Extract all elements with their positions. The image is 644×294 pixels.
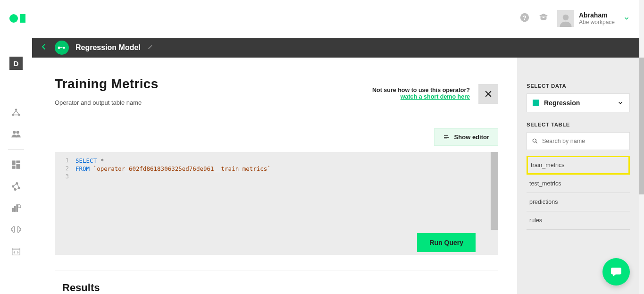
results-heading: Results: [62, 282, 100, 294]
line-gutter: 1 2 3: [55, 152, 73, 255]
table-search-input[interactable]: [527, 132, 630, 150]
table-item-train-metrics[interactable]: train_metrics: [527, 156, 630, 175]
select-data-value: Regression: [544, 99, 612, 107]
svg-point-3: [15, 109, 17, 111]
show-editor-button[interactable]: Show editor: [434, 128, 498, 146]
top-bar: ? Abraham Abe workpace: [0, 0, 639, 37]
panel-scrollbar[interactable]: [639, 58, 644, 194]
editor-icon: [443, 134, 451, 141]
data-type-icon: [533, 100, 539, 106]
svg-rect-20: [12, 248, 20, 255]
help-icon[interactable]: ?: [519, 12, 530, 25]
svg-point-22: [63, 47, 65, 49]
show-editor-label: Show editor: [454, 134, 489, 141]
search-icon: [532, 138, 538, 144]
select-data-dropdown[interactable]: Regression: [527, 93, 630, 112]
svg-rect-17: [14, 206, 16, 211]
operator-badge-icon: [55, 41, 69, 55]
svg-point-23: [533, 139, 536, 142]
avatar: [557, 10, 574, 27]
operator-title: Regression Model: [75, 43, 141, 52]
academy-icon[interactable]: [538, 12, 549, 25]
table-item-rules[interactable]: rules: [527, 211, 630, 230]
svg-text:?: ?: [523, 14, 527, 21]
main-panel: Training Metrics Operator and output tab…: [32, 58, 512, 294]
svg-rect-21: [58, 47, 60, 49]
editor-scrollbar[interactable]: [491, 152, 498, 230]
select-data-label: SELECT DATA: [527, 83, 630, 89]
help-demo-link[interactable]: watch a short demo here: [401, 93, 470, 100]
svg-point-7: [17, 131, 19, 134]
table-list: train_metrics test_metrics predictions r…: [527, 156, 630, 230]
app-logo[interactable]: [9, 14, 25, 23]
close-icon: [484, 89, 493, 99]
user-menu[interactable]: Abraham Abe workpace: [557, 10, 630, 27]
chevron-down-icon: [617, 100, 624, 106]
user-name: Abraham: [579, 11, 615, 19]
select-table-label: SELECT TABLE: [527, 122, 630, 127]
svg-rect-11: [12, 167, 15, 169]
sql-editor[interactable]: 1 2 3 SELECT * FROM `operator_602fd86183…: [55, 152, 498, 255]
nav-people-icon[interactable]: [9, 127, 23, 141]
left-nav: D: [0, 57, 32, 258]
run-query-button[interactable]: Run Query: [417, 233, 476, 252]
breadcrumb-bar: Regression Model: [32, 38, 639, 58]
svg-rect-16: [12, 208, 14, 211]
chat-launcher[interactable]: [602, 258, 630, 286]
search-field[interactable]: [542, 138, 625, 144]
svg-point-4: [12, 114, 14, 116]
svg-point-5: [18, 114, 20, 116]
nav-analytics-icon[interactable]: [9, 202, 23, 215]
chevron-down-icon: [623, 15, 630, 22]
svg-point-2: [563, 15, 569, 21]
nav-explore-icon[interactable]: [9, 106, 23, 119]
help-question: Not sure how to use this operator?: [372, 87, 470, 93]
page-subtitle: Operator and output table name: [55, 99, 498, 106]
nav-code-icon[interactable]: [9, 245, 23, 258]
nav-brain-icon[interactable]: [9, 223, 23, 236]
svg-rect-10: [17, 164, 20, 168]
table-item-predictions[interactable]: predictions: [527, 193, 630, 211]
code-area[interactable]: SELECT * FROM `operator_602fd8618306325e…: [73, 152, 271, 255]
edit-title-button[interactable]: [147, 43, 154, 52]
table-item-test-metrics[interactable]: test_metrics: [527, 175, 630, 193]
help-block: Not sure how to use this operator? watch…: [372, 87, 470, 100]
close-button[interactable]: [478, 84, 498, 104]
workspace-tile[interactable]: D: [9, 57, 23, 70]
svg-rect-9: [17, 161, 20, 163]
nav-dashboard-icon[interactable]: [9, 158, 23, 171]
workspace-name: Abe workpace: [579, 19, 615, 25]
divider: [55, 270, 498, 270]
svg-point-6: [13, 131, 16, 134]
back-button[interactable]: [40, 42, 48, 53]
chat-icon: [610, 266, 623, 278]
svg-rect-8: [12, 161, 15, 165]
nav-graph-icon[interactable]: [9, 180, 23, 193]
